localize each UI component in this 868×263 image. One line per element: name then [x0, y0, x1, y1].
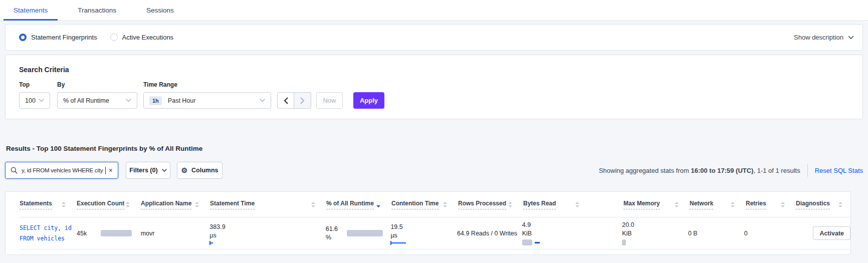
- top-field: Top 100: [19, 81, 50, 109]
- chevron-down-icon: [126, 99, 131, 102]
- by-select-value: % of All Runtime: [63, 97, 109, 104]
- statement-time-unit: µs: [209, 231, 225, 239]
- retries-value: 0: [744, 230, 748, 237]
- sort-button[interactable]: [575, 202, 579, 207]
- cell-application-name: movr: [141, 230, 210, 237]
- next-time-range-button[interactable]: [294, 92, 311, 109]
- radio-selected-icon: [19, 34, 27, 41]
- runtime-pct-unit: %: [326, 233, 338, 241]
- results-heading: Results - Top 100 Statement Fingerprints…: [6, 145, 863, 152]
- sort-button[interactable]: [838, 202, 842, 207]
- sort-asc-icon: [443, 202, 447, 204]
- sort-button-active-desc[interactable]: [376, 202, 380, 207]
- by-select[interactable]: % of All Runtime: [57, 92, 137, 109]
- search-criteria-title: Search Criteria: [19, 66, 849, 74]
- column-header-execution-count: Execution Count: [77, 200, 141, 209]
- column-header-contention-time: Contention Time: [391, 200, 458, 209]
- tab-transactions[interactable]: Transactions: [77, 0, 117, 20]
- column-header-diagnostics: Diagnostics: [796, 200, 850, 209]
- chevron-right-icon: [300, 97, 305, 104]
- chevron-left-icon: [284, 97, 288, 104]
- sort-button[interactable]: [62, 202, 66, 207]
- search-criteria-card: Search Criteria Top 100 By % of All Runt…: [5, 55, 863, 119]
- search-input-value: y, id FROM vehicles WHERE city = $1: [22, 167, 105, 173]
- cell-rows-processed: 64.9 Reads / 0 Writes: [457, 230, 522, 237]
- stats-suffix: , 1-1 of 1 results: [753, 167, 800, 174]
- chevron-down-icon: [260, 99, 265, 102]
- column-header-max-memory: Max Memory: [623, 200, 690, 209]
- radio-active-executions-label: Active Executions: [122, 34, 174, 41]
- sort-desc-icon: [731, 205, 735, 207]
- column-header-pct-all-runtime: % of All Runtime: [326, 200, 391, 209]
- sort-desc-icon: [311, 205, 315, 207]
- radio-active-executions[interactable]: Active Executions: [110, 34, 174, 41]
- bytes-read-value: 4.9: [522, 221, 540, 229]
- column-header-statements: Statements: [20, 200, 77, 209]
- max-memory-unit: KiB: [622, 229, 634, 237]
- column-header-bytes-read: Bytes Read: [523, 200, 623, 209]
- column-header-retries: Retries: [746, 200, 796, 209]
- bytes-read-bars: [522, 239, 540, 245]
- sort-button[interactable]: [311, 202, 315, 207]
- rows-processed-value: 64.9 Reads / 0 Writes: [457, 230, 517, 237]
- column-header-statement-time: Statement Time: [210, 200, 326, 209]
- column-label: Statement Time: [210, 200, 255, 209]
- sort-desc-icon: [195, 205, 199, 207]
- cell-contention-time: 19.5 µs: [390, 223, 457, 243]
- table-row: SELECT city, id FROM vehicles 45k movr 3…: [20, 217, 850, 249]
- clear-search-icon[interactable]: ×: [106, 166, 113, 174]
- stats-prefix: Showing aggregated stats from: [599, 167, 691, 174]
- filters-button[interactable]: Filters (0): [126, 162, 170, 179]
- sort-asc-icon: [62, 202, 66, 204]
- sort-button[interactable]: [195, 202, 199, 207]
- sort-button[interactable]: [675, 202, 679, 207]
- time-range-badge: 1h: [149, 96, 162, 105]
- search-icon: [11, 167, 18, 174]
- now-button[interactable]: Now: [316, 92, 343, 109]
- sort-button[interactable]: [731, 202, 735, 207]
- activate-diagnostics-button[interactable]: Activate: [813, 226, 850, 240]
- sort-button[interactable]: [126, 202, 130, 207]
- columns-button[interactable]: ⚙ Columns: [177, 162, 223, 179]
- sort-button[interactable]: [443, 202, 447, 207]
- apply-button[interactable]: Apply: [353, 92, 384, 109]
- cell-diagnostics: Activate: [794, 226, 850, 240]
- vertical-divider: [807, 164, 808, 177]
- statement-search-input[interactable]: y, id FROM vehicles WHERE city = $1 ×: [5, 162, 118, 179]
- sort-button[interactable]: [508, 202, 512, 207]
- column-label: Diagnostics: [796, 200, 830, 209]
- reset-sql-stats-link[interactable]: Reset SQL Stats: [815, 167, 863, 174]
- sort-desc-icon: [838, 205, 842, 207]
- sort-desc-icon: [781, 205, 785, 207]
- sort-desc-icon: [508, 205, 512, 207]
- statements-table: Statements Execution Count Application N…: [5, 191, 851, 255]
- sort-desc-icon: [376, 205, 380, 207]
- network-value: 0 B: [688, 230, 698, 237]
- time-range-select[interactable]: 1h Past Hour: [143, 92, 271, 109]
- radio-statement-fingerprints-label: Statement Fingerprints: [31, 34, 97, 41]
- sort-asc-icon: [508, 202, 512, 204]
- column-label: Contention Time: [391, 200, 439, 209]
- sort-desc-icon: [443, 205, 447, 207]
- stats-time-range: 16:00 to 17:59 (UTC): [691, 167, 753, 174]
- cell-statement: SELECT city, id FROM vehicles: [20, 223, 77, 243]
- column-label: Bytes Read: [523, 200, 556, 209]
- show-description-toggle[interactable]: Show description: [794, 34, 854, 41]
- cell-pct-all-runtime: 61.6 %: [326, 225, 391, 241]
- view-toggle-card: Statement Fingerprints Active Executions…: [5, 24, 863, 51]
- radio-statement-fingerprints[interactable]: Statement Fingerprints: [19, 34, 97, 41]
- statement-fingerprint-link[interactable]: SELECT city, id FROM vehicles: [20, 223, 77, 243]
- chevron-down-icon: [848, 36, 854, 40]
- sort-button[interactable]: [781, 202, 785, 207]
- chevron-down-icon: [162, 169, 167, 172]
- previous-time-range-button[interactable]: [277, 92, 294, 109]
- column-label: Network: [690, 200, 713, 209]
- time-range-arrows: [277, 92, 311, 109]
- top-select[interactable]: 100: [19, 92, 50, 109]
- runtime-pct-value: 61.6: [326, 225, 338, 233]
- tab-statements[interactable]: Statements: [13, 0, 49, 20]
- by-label: By: [57, 81, 137, 88]
- sort-asc-icon: [781, 202, 785, 204]
- tab-sessions[interactable]: Sessions: [145, 0, 175, 20]
- execution-count-value: 45k: [77, 230, 87, 237]
